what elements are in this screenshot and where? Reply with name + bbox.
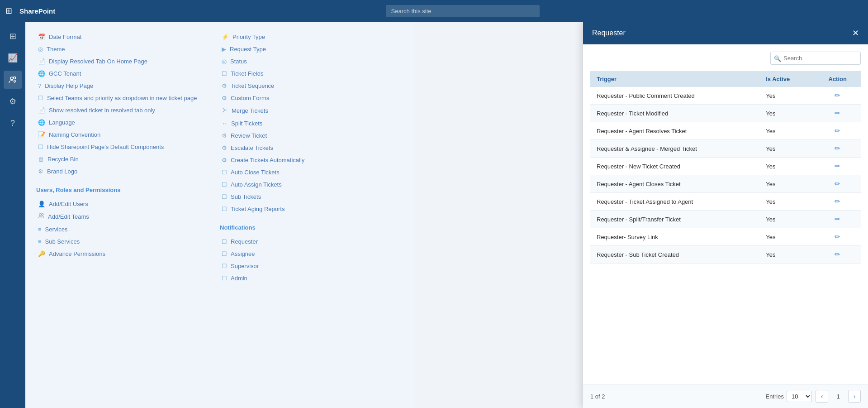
settings-item-assignee[interactable]: ☐ Assignee [220,248,394,260]
edit-icon[interactable]: ✏ [835,109,840,117]
requester-panel-close-button[interactable]: ✕ [852,28,859,38]
table-row: Requester & Assignee - Merged Ticket Yes… [590,140,861,158]
settings-item-add-users[interactable]: 👤 Add/Edit Users [36,198,211,210]
sidebar-icon-chart[interactable]: 📈 [4,49,22,67]
settings-item-ticket-fields[interactable]: ☐ Ticket Fields [220,67,394,80]
svg-point-3 [42,214,43,216]
prev-page-button[interactable]: ‹ [816,390,828,403]
settings-item-language[interactable]: 🌐 Language [36,116,211,129]
requester-panel-header: Requester ✕ [583,22,868,44]
edit-icon[interactable]: ✏ [835,197,840,205]
settings-item-teams-dropdown[interactable]: ☐ Select Teams and priority as dropdown … [36,92,211,104]
settings-item-requester[interactable]: ☐ Requester [220,235,394,248]
table-row: Requester - Public Comment Created Yes ✏ [590,87,861,105]
action-cell: ✏ [814,158,861,175]
settings-item-merge-tickets[interactable]: Merge Tickets [220,104,394,117]
services-icon: ≡ [38,226,42,233]
is-active-cell: Yes [759,175,814,193]
settings-item-naming[interactable]: 📝 Naming Convention [36,129,211,141]
sidebar-icon-users[interactable] [4,71,22,89]
trigger-cell: Requester & Assignee - Merged Ticket [590,140,759,158]
settings-item-supervisor[interactable]: ☐ Supervisor [220,260,394,272]
settings-item-aging-reports[interactable]: ☐ Ticket Aging Reports [220,203,394,215]
svg-point-2 [39,214,42,216]
sidebar-icon-grid[interactable]: ⊞ [4,27,22,45]
action-cell: ✏ [814,193,861,211]
edit-icon[interactable]: ✏ [835,250,840,258]
hide-icon: ☐ [38,144,43,150]
table-row: Requester - Agent Closes Ticket Yes ✏ [590,175,861,193]
checkbox-icon: ☐ [38,95,43,101]
requester-nav-icon: ☐ [222,238,227,245]
sequence-icon: ⚙ [222,82,227,89]
settings-item-custom-forms[interactable]: ⚙ Custom Forms [220,92,394,104]
settings-item-admin[interactable]: ☐ Admin [220,272,394,284]
settings-item-add-teams[interactable]: Add/Edit Teams [36,210,211,223]
col-action: Action [814,71,861,87]
current-page-number: 1 [832,390,844,403]
sidebar-icon-help[interactable]: ? [4,114,22,132]
edit-icon[interactable]: ✏ [835,233,840,240]
settings-item-theme[interactable]: ◎ Theme [36,43,211,55]
pagination-entries: Entries 10 25 50 100 [766,391,812,402]
settings-item-gcc[interactable]: 🌐 GCC Tenant [36,67,211,80]
is-active-cell: Yes [759,158,814,175]
settings-item-display-resolved[interactable]: 📄 Display Resolved Tab On Home Page [36,55,211,67]
edit-icon[interactable]: ✏ [835,180,840,187]
table-row: Requester - Agent Resolves Ticket Yes ✏ [590,122,861,140]
settings-item-show-resolved[interactable]: 📄 Show resolved ticket in resolved tab o… [36,104,211,116]
settings-item-status[interactable]: ◎ Status [220,55,394,67]
settings-item-create-auto[interactable]: ⚙ Create Tickets Automatically [220,154,394,166]
col-trigger: Trigger [590,71,759,87]
next-page-button[interactable]: › [848,390,861,403]
request-icon: ▶ [222,46,226,53]
settings-col-right: ⚡ Priority Type ▶ Request Type ◎ Status … [220,31,403,284]
svg-point-1 [14,77,16,79]
edit-icon[interactable]: ✏ [835,127,840,134]
sidebar-icons: ⊞ 📈 ⚙ ? [0,22,25,408]
settings-item-sub-services[interactable]: ≡ Sub Services [36,235,211,248]
settings-item-split-tickets[interactable]: ↔ Split Tickets [220,117,394,130]
priority-icon: ⚡ [222,34,229,40]
settings-item-request-type[interactable]: ▶ Request Type [220,43,394,55]
grid-icon[interactable]: ⊞ [5,6,12,16]
settings-item-ticket-sequence[interactable]: ⚙ Ticket Sequence [220,80,394,92]
settings-item-auto-close[interactable]: ☐ Auto Close Tickets [220,166,394,178]
topbar-search-input[interactable] [386,5,540,17]
settings-item-hide-sp[interactable]: ☐ Hide Sharepoint Page's Default Compone… [36,141,211,153]
requester-panel-body: 🔍 Trigger Is Active Action Requester - P… [583,44,868,384]
auto-create-icon: ⚙ [222,157,227,163]
entries-select[interactable]: 10 25 50 100 [787,391,812,402]
settings-item-review[interactable]: ⚙ Review Ticket [220,130,394,142]
pagination-row: 1 of 2 Entries 10 25 50 100 ‹ 1 › [583,384,868,408]
action-cell: ✏ [814,105,861,122]
settings-item-date-format[interactable]: 📅 Date Format [36,31,211,43]
settings-item-sub-tickets[interactable]: ☐ Sub Tickets [220,191,394,203]
action-cell: ✏ [814,122,861,140]
edit-icon[interactable]: ✏ [835,162,840,170]
settings-item-services[interactable]: ≡ Services [36,223,211,235]
requester-search-input[interactable] [770,52,861,65]
settings-item-recycle[interactable]: 🗑 Recycle Bin [36,153,211,165]
assignee-nav-icon: ☐ [222,250,227,257]
is-active-cell: Yes [759,122,814,140]
pagination-info: 1 of 2 [590,393,766,400]
edit-icon[interactable]: ✏ [835,91,840,99]
settings-item-help[interactable]: ? Display Help Page [36,80,211,92]
settings-item-priority[interactable]: ⚡ Priority Type [220,31,394,43]
settings-item-brand[interactable]: ⚙ Brand Logo [36,165,211,178]
edit-icon[interactable]: ✏ [835,215,840,223]
pagination-controls: Entries 10 25 50 100 ‹ 1 › [766,390,861,403]
edit-icon[interactable]: ✏ [835,144,840,152]
settings-item-escalate[interactable]: ⚙ Escalate Tickets [220,142,394,154]
theme-icon: ◎ [38,46,43,53]
settings-item-auto-assign[interactable]: ☐ Auto Assign Tickets [220,178,394,191]
is-active-cell: Yes [759,105,814,122]
is-active-cell: Yes [759,193,814,211]
escalate-icon: ⚙ [222,144,227,151]
settings-item-advance-permissions[interactable]: 🔑 Advance Permissions [36,248,211,260]
sidebar-icon-settings[interactable]: ⚙ [4,92,22,110]
search-wrap: 🔍 [590,52,861,65]
action-cell: ✏ [814,87,861,105]
doc-icon: 📄 [38,58,45,65]
